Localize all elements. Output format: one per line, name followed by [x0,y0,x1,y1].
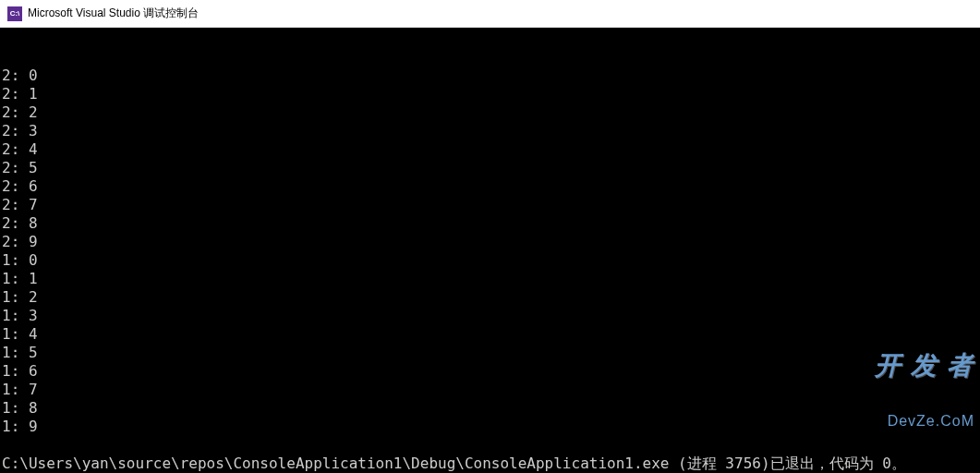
console-line: 1: 0 [2,251,978,270]
console-line [2,436,978,455]
console-line: 2: 6 [2,177,978,196]
app-icon: C:\ [7,6,22,21]
console-line: 1: 8 [2,399,978,418]
console-line: 1: 3 [2,307,978,325]
console-line: 1: 2 [2,288,978,307]
console-line: 2: 4 [2,140,978,159]
window-title-bar[interactable]: C:\ Microsoft Visual Studio 调试控制台 [0,0,980,28]
console-line: 2: 3 [2,122,978,140]
console-line: 2: 5 [2,159,978,177]
console-line: 2: 8 [2,214,978,233]
console-line: 2: 7 [2,196,978,214]
console-line: 1: 5 [2,344,978,362]
console-lines-container: 2: 02: 12: 22: 32: 42: 52: 62: 72: 82: 9… [2,67,978,473]
console-line: 2: 1 [2,85,978,103]
console-line: 2: 9 [2,233,978,251]
console-line: C:\Users\yan\source\repos\ConsoleApplica… [2,455,978,473]
console-output[interactable]: 2: 02: 12: 22: 32: 42: 52: 62: 72: 82: 9… [0,28,980,473]
console-line: 1: 9 [2,418,978,436]
console-line: 1: 7 [2,381,978,399]
console-line: 2: 2 [2,103,978,122]
console-line: 1: 4 [2,325,978,344]
console-line: 2: 0 [2,67,978,85]
console-line: 1: 1 [2,270,978,288]
app-icon-label: C:\ [10,9,20,18]
window-title: Microsoft Visual Studio 调试控制台 [28,6,199,21]
console-line: 1: 6 [2,362,978,381]
